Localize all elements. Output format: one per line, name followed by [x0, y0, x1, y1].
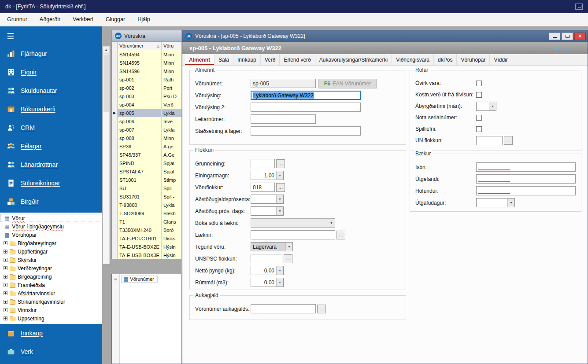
- table-row[interactable]: ▶ sp-005 Lykla: [112, 109, 181, 117]
- laeknir-input[interactable]: [251, 230, 335, 239]
- un-flokkun-input[interactable]: [476, 136, 503, 145]
- tab[interactable]: dkPos: [434, 54, 457, 65]
- table-row[interactable]: ▶ SU Spil -: [112, 184, 181, 192]
- list-vertical-scrollbar[interactable]: ▲: [103, 46, 110, 264]
- menubar-item[interactable]: Verkfæri: [67, 13, 100, 26]
- close-button[interactable]: ×: [574, 33, 586, 40]
- table-row[interactable]: ▶ T3350XMI-240 Borð: [112, 226, 181, 234]
- isbn-input[interactable]: [476, 162, 576, 172]
- expand-plus-icon[interactable]: [4, 308, 7, 312]
- unspsc-lookup-button[interactable]: [284, 254, 292, 263]
- expand-plus-icon[interactable]: [4, 316, 7, 320]
- expand-plus-icon[interactable]: [4, 300, 7, 304]
- expand-plus-icon[interactable]: [4, 241, 7, 245]
- next-record-icon[interactable]: ›: [578, 44, 581, 52]
- menubar-item[interactable]: Hjálp: [131, 13, 156, 26]
- first-record-icon[interactable]: «: [555, 44, 559, 52]
- table-row[interactable]: ▶ SP45/337 A.Ge: [112, 151, 181, 159]
- window-restore-icon[interactable]: [575, 4, 583, 10]
- hofundur-input[interactable]: [476, 186, 576, 195]
- tab[interactable]: Almennt: [185, 54, 214, 65]
- sidebar-item-crm[interactable]: CRM: [0, 118, 102, 137]
- nota-serialnumer-checkbox[interactable]: [476, 115, 482, 121]
- sidebar-item-felagar[interactable]: Félagar: [0, 137, 102, 155]
- table-row[interactable]: ▶ SN14595 Minn: [112, 59, 181, 67]
- menubar-item[interactable]: Grunnur: [1, 13, 33, 26]
- expand-plus-icon[interactable]: [4, 266, 7, 270]
- vorunumer-aukagjalds-input[interactable]: [251, 304, 316, 313]
- sidebar-view-vorur[interactable]: ▦ Vörur: [0, 214, 102, 222]
- grunneining-lookup-button[interactable]: [276, 159, 285, 168]
- sidebar-folder-item[interactable]: Strikamerkjavinnslur: [0, 298, 102, 306]
- tab[interactable]: Viðhengisvara: [392, 54, 434, 65]
- rummal-combo[interactable]: 0.00: [251, 278, 284, 287]
- sidebar-item-bokunarkerfi[interactable]: Bókunarkerfi: [0, 100, 102, 118]
- sidebar-folder-item[interactable]: Uppflettingar: [0, 247, 102, 256]
- sidebar-folder-item[interactable]: Birgðagreining: [0, 272, 102, 281]
- utgafudagur-combo[interactable]: [476, 198, 515, 207]
- table-row[interactable]: ▶ T-SO20089 Blekh: [112, 209, 181, 217]
- sidebar-folder-item[interactable]: Vinnslur: [0, 306, 102, 314]
- tab[interactable]: Innkaup: [233, 54, 261, 65]
- sidebar-item-lanardrottnar[interactable]: Lánardrottnar: [0, 155, 102, 174]
- table-row[interactable]: ▶ SN14596 Minn: [112, 67, 181, 75]
- table-row[interactable]: ▶ sp-002 Port: [112, 84, 181, 92]
- sidebar-folder-item[interactable]: Skýrslur: [0, 256, 102, 264]
- previous-record-icon[interactable]: ‹: [568, 44, 570, 52]
- table-row[interactable]: ▶ sp-001 Rafh: [112, 75, 181, 84]
- grunneining-input[interactable]: [251, 159, 275, 168]
- sidebar-folder-item[interactable]: Birgðabreytingar: [0, 239, 102, 247]
- table-row[interactable]: ▶ sp-007 Lykla: [112, 125, 181, 134]
- netto-thyngd-combo[interactable]: 0.00: [251, 266, 284, 275]
- sidebar-item-birgdir[interactable]: Birgðir: [0, 192, 102, 211]
- abyrgdartimi-combo[interactable]: [476, 102, 496, 111]
- tab[interactable]: Vöruhópar: [457, 54, 490, 65]
- sidebar-item-fjarhagur[interactable]: Fjárhagur: [0, 44, 102, 63]
- menubar-item[interactable]: Gluggar: [100, 13, 131, 26]
- list-window-titlebar[interactable]: dk Vöruskrá: [112, 30, 181, 42]
- table-row[interactable]: ▶ SP36 A.ge: [112, 142, 181, 151]
- table-row[interactable]: ▶ sp-006 Inve: [112, 117, 181, 125]
- tab[interactable]: Sala: [214, 54, 233, 65]
- boka-solu-combo[interactable]: [251, 218, 335, 228]
- menu-lines-icon[interactable]: ≡: [114, 276, 118, 364]
- tab[interactable]: Víddir: [490, 54, 512, 65]
- column-header-voru[interactable]: Vöru: [162, 42, 181, 50]
- vorulysing-input[interactable]: Lyklaborð Gateway W322: [251, 91, 361, 100]
- unspsc-input[interactable]: [251, 254, 282, 263]
- sidebar-item-skuldunautar[interactable]: Skuldunautar: [0, 81, 102, 100]
- adstodug-dags-combo[interactable]: [251, 206, 284, 216]
- table-row[interactable]: ▶ SN14594 Minn: [112, 50, 181, 59]
- tab[interactable]: Erlend verð: [280, 54, 315, 65]
- sidebar-folder-item[interactable]: Afsláttarvinnslur: [0, 289, 102, 298]
- table-row[interactable]: ▶ T1 Glans: [112, 217, 181, 226]
- expand-plus-icon[interactable]: [4, 291, 7, 295]
- sidebar-folder-item[interactable]: Framleiðsla: [0, 281, 102, 289]
- table-row[interactable]: ▶ TA-E-USB-BOX3E Hýsin: [112, 251, 181, 259]
- tegund-voru-combo[interactable]: Lagervara: [251, 242, 293, 251]
- table-row[interactable]: ▶ TA-E-PCI-CTR01 Disks: [112, 234, 181, 243]
- hamburger-menu-icon[interactable]: ☰: [0, 26, 102, 44]
- table-row[interactable]: ▶ TA-E-USB-BOX2E Hýsin: [112, 243, 181, 251]
- spilliefni-checkbox[interactable]: [476, 126, 482, 132]
- expand-plus-icon[interactable]: [4, 275, 7, 279]
- filter-field-chip[interactable]: ▦ Vörunúmer: [121, 276, 158, 283]
- column-header-vorunumer[interactable]: Vörunúmer △: [118, 42, 162, 50]
- vorulysing2-input[interactable]: [251, 103, 361, 112]
- sidebar-item-verk[interactable]: Verk: [0, 342, 102, 361]
- minimize-button[interactable]: [549, 33, 560, 40]
- stadsetning-input[interactable]: [251, 126, 361, 136]
- detail-titlebar[interactable]: dk Vöruskrá - [sp-005 - Lyklaborð Gatewa…: [182, 30, 588, 42]
- expand-plus-icon[interactable]: [4, 283, 7, 287]
- ovirk-vara-checkbox[interactable]: [476, 81, 482, 86]
- table-row[interactable]: ▶ sp-008 Minn: [112, 134, 181, 142]
- table-row[interactable]: ▶ SPIND Spjal: [112, 159, 181, 167]
- ean-vorunumer-button[interactable]: F6 EAN Vörunúmer: [318, 79, 377, 88]
- adstodugjaldsprosenta-combo[interactable]: [251, 195, 284, 204]
- table-row[interactable]: ▶ SPSTAFA7 Spjal: [112, 167, 181, 176]
- table-row[interactable]: ▶ sp-004 Verð: [112, 100, 181, 109]
- sidebar-item-solureikningar[interactable]: Sölureikningar: [0, 174, 102, 192]
- sidebar-view-voruhopar[interactable]: ▦ Vöruhópar: [0, 231, 102, 239]
- sidebar-view-vorur-i-birgdageymslu[interactable]: ▦ Vörur í birgðageymslu: [0, 222, 102, 231]
- table-row[interactable]: ▶ SU31701 Spil -: [112, 192, 181, 201]
